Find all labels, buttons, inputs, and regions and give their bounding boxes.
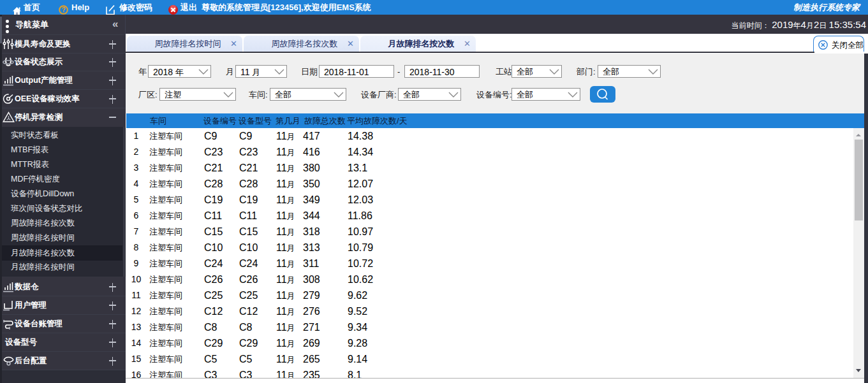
svg-text:?: ?: [61, 6, 65, 13]
